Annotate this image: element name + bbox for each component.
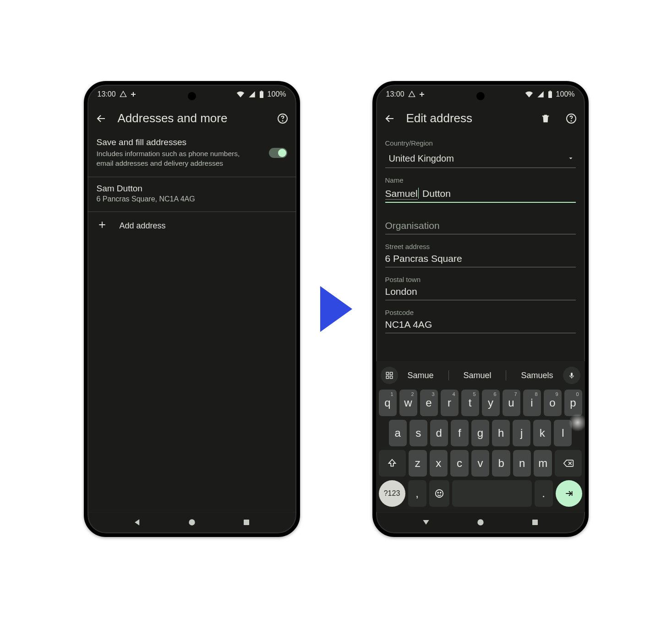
status-time: 13:00 <box>98 90 116 98</box>
street-input[interactable] <box>385 250 576 267</box>
country-value: United Kingdom <box>389 153 454 164</box>
svg-rect-8 <box>244 520 249 525</box>
postcode-input[interactable] <box>385 316 576 333</box>
key-k[interactable]: k <box>533 420 551 446</box>
key-d[interactable]: d <box>430 420 448 446</box>
wifi-icon <box>525 91 533 98</box>
wifi-icon <box>236 91 245 98</box>
key-c[interactable]: c <box>450 450 469 477</box>
camera-notch <box>476 92 485 100</box>
key-b[interactable]: b <box>492 450 510 477</box>
signal-icon <box>537 91 544 98</box>
name-input[interactable]: Samuel Dutton <box>385 185 576 203</box>
key-j[interactable]: j <box>513 420 530 446</box>
next-key[interactable] <box>556 480 582 507</box>
nav-back-icon[interactable] <box>421 518 431 529</box>
key-z[interactable]: z <box>409 450 427 477</box>
save-fill-setting[interactable]: Save and fill addresses Includes informa… <box>87 131 296 177</box>
key-u[interactable]: u7 <box>503 390 520 416</box>
back-icon[interactable] <box>383 112 396 125</box>
organisation-input[interactable]: Organisation <box>385 216 576 234</box>
nav-bar <box>376 512 585 533</box>
key-r[interactable]: r4 <box>441 390 459 416</box>
country-dropdown[interactable]: United Kingdom <box>385 149 576 168</box>
keyboard: Samue Samuel Samuels q1w2e3r4t5y6u7i8o9p… <box>376 361 585 512</box>
svg-rect-18 <box>386 376 388 379</box>
chevron-down-icon <box>568 153 574 164</box>
delete-icon[interactable] <box>539 112 552 125</box>
key-y[interactable]: y6 <box>482 390 500 416</box>
nav-home-icon[interactable] <box>476 518 485 529</box>
key-a[interactable]: a <box>389 420 407 446</box>
key-f[interactable]: f <box>451 420 469 446</box>
svg-point-21 <box>437 492 438 493</box>
toolbar-icon[interactable] <box>381 367 398 384</box>
key-e[interactable]: e3 <box>420 390 438 416</box>
battery-icon <box>259 91 264 98</box>
svg-point-6 <box>282 120 283 121</box>
saved-address-row[interactable]: Sam Dutton 6 Pancras Square, NC1A 4AG <box>87 177 296 212</box>
organisation-placeholder: Organisation <box>385 220 440 231</box>
space-key[interactable] <box>452 480 532 507</box>
svg-rect-2 <box>131 94 136 95</box>
svg-point-15 <box>571 120 571 121</box>
add-address-label: Add address <box>120 221 166 231</box>
name-word2: Dutton <box>422 188 451 199</box>
key-v[interactable]: v <box>471 450 490 477</box>
period-key[interactable]: . <box>535 480 553 507</box>
key-q[interactable]: q1 <box>379 390 397 416</box>
country-label: Country/Region <box>385 139 576 147</box>
backspace-key[interactable] <box>555 450 582 477</box>
page-title: Edit address <box>406 111 529 125</box>
setting-title: Save and fill addresses <box>97 137 261 147</box>
suggestion-1[interactable]: Samue <box>403 367 438 384</box>
symbols-key[interactable]: ?123 <box>379 480 405 507</box>
emoji-key[interactable] <box>429 480 449 507</box>
svg-rect-17 <box>390 372 392 374</box>
plus-icon <box>419 92 425 97</box>
key-w[interactable]: w2 <box>399 390 417 416</box>
phone-right: 13:00 100% Edit address <box>372 81 589 537</box>
key-l[interactable]: l <box>554 420 572 446</box>
comma-key[interactable]: , <box>408 480 426 507</box>
dnd-icon <box>408 91 415 98</box>
text-caret <box>418 188 419 199</box>
voice-input-icon[interactable] <box>563 367 580 384</box>
svg-rect-4 <box>261 91 262 92</box>
key-t[interactable]: t5 <box>461 390 479 416</box>
plus-icon <box>98 220 107 232</box>
page-title: Addresses and more <box>118 111 266 125</box>
app-bar: Edit address <box>376 104 585 131</box>
svg-rect-19 <box>390 376 392 379</box>
town-input[interactable] <box>385 283 576 300</box>
nav-home-icon[interactable] <box>187 518 197 529</box>
plus-icon <box>131 92 136 97</box>
key-o[interactable]: o9 <box>544 390 562 416</box>
shift-key[interactable] <box>379 450 406 477</box>
address-line: 6 Pancras Square, NC1A 4AG <box>97 195 287 203</box>
key-p[interactable]: p0 <box>564 390 582 416</box>
address-name: Sam Dutton <box>97 184 287 194</box>
toggle-switch[interactable] <box>269 148 287 158</box>
nav-recents-icon[interactable] <box>531 518 539 528</box>
key-n[interactable]: n <box>513 450 531 477</box>
key-s[interactable]: s <box>410 420 427 446</box>
key-i[interactable]: i8 <box>523 390 541 416</box>
help-icon[interactable] <box>276 112 289 125</box>
svg-point-7 <box>189 519 195 525</box>
key-m[interactable]: m <box>534 450 552 477</box>
signal-icon <box>248 91 256 98</box>
svg-point-23 <box>478 519 484 525</box>
back-icon[interactable] <box>95 112 108 125</box>
key-h[interactable]: h <box>492 420 510 446</box>
nav-back-icon[interactable] <box>133 518 142 529</box>
key-g[interactable]: g <box>471 420 489 446</box>
name-word1: Samuel <box>385 188 418 200</box>
suggestion-2[interactable]: Samuel <box>459 367 496 384</box>
help-icon[interactable] <box>565 112 578 125</box>
suggestion-3[interactable]: Samuels <box>516 367 557 384</box>
add-address-row[interactable]: Add address <box>87 212 296 240</box>
nav-recents-icon[interactable] <box>242 518 251 528</box>
key-x[interactable]: x <box>430 450 448 477</box>
suggestion-bar: Samue Samuel Samuels <box>376 365 585 386</box>
